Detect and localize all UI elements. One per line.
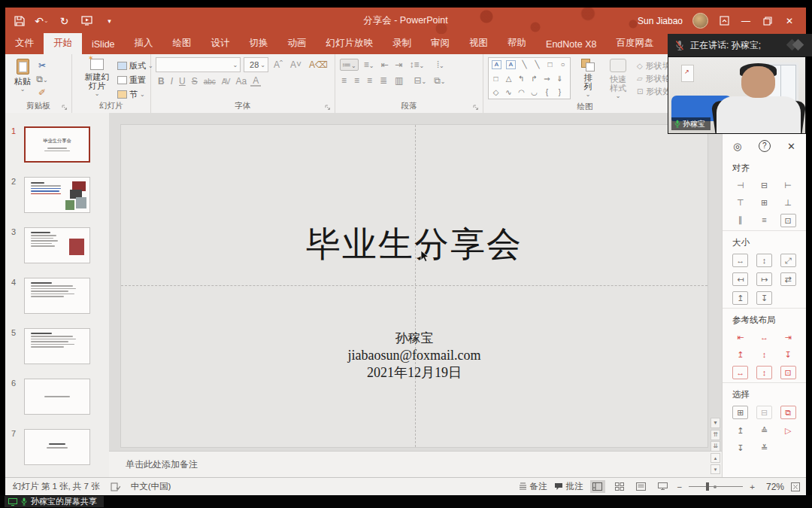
font-button-a[interactable]: A: [250, 77, 261, 87]
guide-height-icon[interactable]: ↕: [756, 366, 772, 379]
section-button[interactable]: 节⌄: [117, 89, 153, 100]
close-icon[interactable]: ✕: [787, 141, 795, 152]
guide-top-icon[interactable]: ↥: [733, 348, 747, 360]
vertical-guide[interactable]: [415, 125, 416, 447]
close-icon[interactable]: ✕: [783, 15, 795, 27]
shape-glyph[interactable]: ↱: [530, 74, 538, 84]
quick-styles-button[interactable]: 快速样式⌄: [605, 57, 631, 101]
thumbnail-preview[interactable]: [24, 429, 90, 465]
thumbnail-preview[interactable]: [24, 227, 90, 263]
help-icon[interactable]: ?: [759, 140, 771, 152]
stretch-left-icon[interactable]: ↤: [732, 272, 748, 286]
thumbnail-preview[interactable]: [24, 328, 90, 364]
guide-center-v-icon[interactable]: ↔: [757, 331, 771, 343]
align-middle-v-icon[interactable]: ⊞: [757, 196, 771, 208]
slideshow-view-button[interactable]: [656, 480, 671, 493]
select-similar-icon[interactable]: ⊟: [756, 406, 772, 419]
cut-icon[interactable]: ✂: [35, 60, 49, 71]
paragraph-dialog-launcher[interactable]: [473, 105, 479, 111]
justify-icon[interactable]: ≣: [378, 75, 389, 86]
line-spacing-icon[interactable]: ↕≡⌄: [408, 59, 426, 70]
screen-share-chip[interactable]: 孙稼宝的屏幕共享: [5, 496, 104, 507]
font-button-av[interactable]: AV: [220, 78, 232, 86]
layout-button[interactable]: 版式⌄: [117, 60, 153, 71]
arrange-button[interactable]: 排列⌄: [577, 57, 599, 101]
align-top-icon[interactable]: ⊤: [733, 196, 747, 208]
same-width-icon[interactable]: ↔: [732, 254, 748, 267]
restore-icon[interactable]: [762, 15, 774, 27]
same-height-icon[interactable]: ↕: [756, 254, 772, 267]
guide-left-icon[interactable]: ⇤: [733, 331, 747, 343]
tab-transitions[interactable]: 切换: [240, 33, 278, 54]
guide-bottom-icon[interactable]: ↧: [781, 348, 795, 360]
tab-draw[interactable]: 绘图: [163, 33, 201, 54]
font-name-combobox[interactable]: ⌄: [156, 57, 241, 72]
align-right-icon[interactable]: ≡: [365, 75, 374, 86]
shape-glyph[interactable]: ∿: [504, 87, 513, 97]
shapes-gallery[interactable]: AA╲╲□○□△↰↱⇒⇓◇∿◠◡{}: [488, 57, 571, 99]
tab-home[interactable]: 开始: [44, 33, 82, 54]
stretch-top-icon[interactable]: ↥: [732, 291, 748, 305]
font-button-i[interactable]: I: [168, 76, 175, 87]
font-dialog-launcher[interactable]: [325, 105, 331, 111]
bring-to-front-icon[interactable]: ↥: [733, 424, 747, 437]
tab-slideshow[interactable]: 幻灯片放映: [317, 33, 383, 54]
thumbnail-preview[interactable]: 毕业生分享会: [24, 126, 90, 163]
tab-animations[interactable]: 动画: [278, 33, 317, 54]
shape-glyph[interactable]: □: [492, 74, 500, 84]
webcam-video[interactable]: 孙稼宝: [668, 56, 806, 134]
shape-glyph[interactable]: ◠: [517, 87, 526, 97]
zoom-slider-handle[interactable]: [706, 482, 709, 491]
slide-title-text[interactable]: 毕业生分享会: [121, 221, 707, 268]
slide-sorter-view-button[interactable]: [612, 480, 627, 493]
next-slide-icon[interactable]: ⇊: [710, 441, 720, 452]
shape-glyph[interactable]: ◡: [530, 87, 538, 97]
shape-glyph[interactable]: }: [556, 87, 564, 97]
shape-glyph[interactable]: A: [506, 60, 516, 69]
stretch-bottom-icon[interactable]: ↧: [756, 291, 772, 305]
tab-file[interactable]: 文件: [5, 33, 44, 54]
shape-glyph[interactable]: ↰: [517, 74, 526, 84]
previous-slide-icon[interactable]: ⇈: [710, 430, 720, 440]
minimize-icon[interactable]: —: [740, 15, 752, 27]
shrink-font-icon[interactable]: A˅: [288, 59, 304, 70]
clipboard-dialog-launcher[interactable]: [62, 105, 68, 111]
font-button-aa[interactable]: Aa: [233, 76, 249, 87]
editor-scrollbar[interactable]: ▾ ⇈ ⇊: [710, 113, 720, 452]
stack-align-up-icon[interactable]: ≙: [757, 424, 771, 437]
tab-endnote[interactable]: EndNote X8: [536, 35, 606, 54]
same-size-icon[interactable]: ⤢: [780, 254, 796, 267]
shape-glyph[interactable]: ⇒: [543, 74, 551, 84]
font-button-s[interactable]: S: [189, 76, 200, 87]
guide-margins-icon[interactable]: ⊡: [780, 366, 796, 379]
slide-canvas[interactable]: 毕业生分享会 孙稼宝 jiabaosun@foxmail.com 2021年12…: [120, 124, 708, 448]
font-button-b[interactable]: B: [156, 76, 167, 87]
fit-to-window-icon[interactable]: [791, 482, 800, 491]
tab-review[interactable]: 审阅: [421, 33, 459, 54]
shape-glyph[interactable]: ○: [559, 59, 567, 69]
language-status[interactable]: 中文(中国): [131, 481, 171, 492]
align-bottom-icon[interactable]: ⊥: [781, 196, 795, 208]
shape-glyph[interactable]: {: [543, 87, 551, 97]
distribute-v-icon[interactable]: ≡: [757, 214, 771, 226]
decrease-indent-icon[interactable]: ⇤: [379, 59, 389, 70]
tab-view[interactable]: 视图: [459, 33, 498, 54]
font-button-abc[interactable]: abc: [201, 78, 218, 86]
tab-islide[interactable]: iSlide: [82, 35, 125, 54]
distribute-h-icon[interactable]: ∥: [733, 214, 747, 226]
align-center-h-icon[interactable]: ⊟: [757, 179, 771, 191]
zoom-slider[interactable]: [689, 486, 743, 487]
shape-glyph[interactable]: ╲: [533, 59, 541, 69]
guide-middle-h-icon[interactable]: ↕: [757, 348, 771, 360]
thumbnail-preview[interactable]: [24, 379, 90, 415]
reading-view-button[interactable]: [634, 480, 649, 493]
shape-glyph[interactable]: ◇: [492, 87, 500, 97]
font-size-combobox[interactable]: 28⌄: [244, 57, 268, 72]
tab-insert[interactable]: 插入: [125, 33, 163, 54]
shape-glyph[interactable]: □: [546, 59, 554, 69]
select-copies-icon[interactable]: ⧉: [780, 406, 796, 419]
thumbnail-preview[interactable]: [24, 278, 90, 314]
tab-design[interactable]: 设计: [201, 33, 240, 54]
columns-icon[interactable]: ▥: [393, 75, 404, 86]
slide-subtitle-block[interactable]: 孙稼宝 jiabaosun@foxmail.com 2021年12月19日: [121, 330, 707, 382]
